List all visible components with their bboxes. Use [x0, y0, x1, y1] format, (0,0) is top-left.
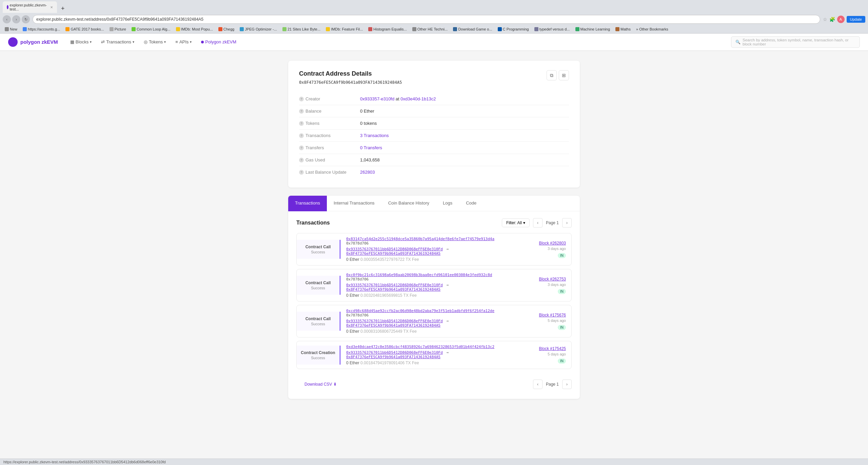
- tab-coin-balance-history[interactable]: Coin Balance History: [381, 196, 436, 211]
- address-bar[interactable]: explorer.public.zkevm-test.net/address/0…: [33, 15, 820, 24]
- download-icon: ⬇: [333, 382, 337, 387]
- tx-to-link[interactable]: 0x8F47376eFE5CA9f9b9641a093FA71436192484…: [346, 251, 440, 256]
- tx-hash: 0xcd98c688d45ae92ccfb2ac06d98e48bd2aba79…: [346, 309, 515, 317]
- tx-block-link[interactable]: Block #262753: [539, 277, 566, 282]
- tab-close-icon[interactable]: ✕: [50, 5, 53, 9]
- last-balance-link[interactable]: 262803: [360, 170, 375, 175]
- bookmark-histogram[interactable]: Histogram Equalis...: [366, 26, 409, 32]
- bookmark-favicon-imdb2: [326, 27, 330, 31]
- copy-button[interactable]: ⧉: [547, 70, 557, 80]
- tx-block-link[interactable]: Block #262803: [539, 241, 566, 246]
- bookmark-sites[interactable]: 21 Sites Like Byte...: [280, 26, 322, 32]
- bookmark-icon[interactable]: ☆: [823, 17, 827, 22]
- tx-hash-link[interactable]: 0xcd98c688d45ae92ccfb2ac06d98e48bd2aba79…: [346, 309, 494, 313]
- transactions-link[interactable]: 3 Transactions: [360, 133, 389, 138]
- tx-from-link[interactable]: 0x93335763767011bb6D5412D86D068eFF6E0e31…: [346, 283, 443, 287]
- bookmark-jpeg[interactable]: JPEG Optimizer -...: [238, 26, 279, 32]
- profile-icon[interactable]: A: [837, 16, 845, 23]
- extensions-icon[interactable]: 🧩: [829, 17, 835, 22]
- gas-used-row: ? Gas Used 1,043,658: [299, 154, 569, 166]
- bookmark-download[interactable]: Download Game o...: [451, 26, 494, 32]
- tx-hash-link[interactable]: 0xc0f9bc21c6c31698a6e98aab20698b3baa0ecf…: [346, 273, 492, 277]
- tokens-chevron-icon: ▾: [164, 40, 166, 44]
- tx-from-link[interactable]: 0x93335763767011bb6D5412D86D068eFF6E0e31…: [346, 319, 443, 323]
- forward-button[interactable]: ›: [12, 15, 20, 23]
- nav-polygon-zkevm[interactable]: Polygon zkEVM: [197, 37, 240, 46]
- next-page-button-bottom[interactable]: ›: [562, 380, 572, 389]
- bookmark-c[interactable]: C Programming: [496, 26, 531, 32]
- tab-logs[interactable]: Logs: [436, 196, 459, 211]
- tx-block-link[interactable]: Block #175676: [539, 313, 566, 317]
- tab-transactions[interactable]: Transactions: [288, 196, 327, 211]
- transfers-value: 0 Transfers: [360, 145, 382, 150]
- tx-to-link[interactable]: 0x8F47376eFE5CA9f9b9641a093FA71436192484…: [346, 355, 440, 359]
- bookmark-gate[interactable]: GATE 2017 books...: [63, 26, 106, 32]
- tab-internal-transactions[interactable]: Internal Transactions: [327, 196, 381, 211]
- prev-page-button[interactable]: ‹: [533, 218, 542, 228]
- transfers-info-icon[interactable]: ?: [299, 146, 304, 150]
- tx-hash-link[interactable]: 0xd3e40dcae472c0e3586cbcf48358926c7a6984…: [346, 345, 494, 349]
- bookmark-ml[interactable]: Machine Learning: [573, 26, 612, 32]
- last-balance-label: ? Last Balance Update: [299, 170, 360, 175]
- bookmark-favicon-typedef: [534, 27, 538, 31]
- transactions-nav-icon: ⇄: [101, 39, 105, 44]
- bookmark-picture[interactable]: Picture: [107, 26, 128, 32]
- tabs-header: Transactions Internal Transactions Coin …: [288, 196, 580, 211]
- creator-address-link[interactable]: 0x933357-e310fd: [360, 96, 394, 101]
- transactions-info-icon[interactable]: ?: [299, 133, 304, 138]
- qr-button[interactable]: ⊞: [559, 70, 569, 80]
- tx-from-link[interactable]: 0x93335763767011bb6D5412D86D068eFF6E0e31…: [346, 350, 443, 355]
- update-button[interactable]: Update: [847, 16, 865, 23]
- prev-page-button-bottom[interactable]: ‹: [533, 380, 542, 389]
- bookmark-typedef[interactable]: typedef versus d...: [532, 26, 572, 32]
- tx-status: Success: [301, 322, 335, 326]
- bookmark-loop[interactable]: Common Loop Alg...: [130, 26, 173, 32]
- tx-direction-badge: IN: [558, 253, 566, 258]
- bookmark-chegg[interactable]: Chegg: [216, 26, 236, 32]
- nav-transactions[interactable]: ⇄ Transactions ▾: [97, 37, 138, 46]
- bookmark-new-tab[interactable]: New: [3, 26, 19, 32]
- tx-to-link[interactable]: 0x8F47376eFE5CA9f9b9641a093FA71436192484…: [346, 323, 440, 328]
- gas-info-icon[interactable]: ?: [299, 158, 304, 162]
- tx-amount: 0 Ether 0.001847941978091406 TX Fee: [346, 361, 515, 365]
- reload-button[interactable]: ↻: [22, 15, 30, 23]
- next-page-button[interactable]: ›: [562, 218, 572, 228]
- tx-hash-link[interactable]: 0x83147ca54d2e255c51948dce5a35860b7a95a4…: [346, 237, 494, 241]
- bookmark-label-imdb: IMDb: Most Popu...: [181, 27, 213, 31]
- tx-from-link[interactable]: 0x93335763767011bb6D5412D86D068eFF6E0e31…: [346, 247, 443, 251]
- nav-apis[interactable]: ≡ APIs ▾: [171, 37, 196, 46]
- browser-tab-active[interactable]: explorer.public.zkevm-test... ✕: [3, 1, 57, 13]
- brand-name: polygon zkEVM: [20, 39, 58, 45]
- nav-tokens[interactable]: ◎ Tokens ▾: [140, 37, 170, 46]
- tokens-info-icon[interactable]: ?: [299, 121, 304, 126]
- bookmark-he[interactable]: Other HE Techni...: [410, 26, 450, 32]
- browser-tab-new[interactable]: +: [58, 4, 68, 13]
- bookmark-label-download: Download Game o...: [458, 27, 492, 31]
- tokens-value: 0 tokens: [360, 121, 377, 126]
- tx-block-link[interactable]: Block #175425: [539, 346, 566, 351]
- creator-info-icon[interactable]: ?: [299, 97, 304, 101]
- transaction-row: Contract Call Success 0xcd98c688d45ae92c…: [296, 305, 572, 337]
- bookmark-other[interactable]: » Other Bookmarks: [634, 26, 670, 32]
- bookmark-maths[interactable]: Maths: [613, 26, 633, 32]
- back-button[interactable]: ‹: [3, 15, 11, 23]
- bookmark-favicon-loop: [132, 27, 136, 31]
- bookmark-accounts[interactable]: https://accounts.g...: [21, 26, 62, 32]
- filter-button[interactable]: Filter: All ▾: [502, 218, 530, 227]
- tx-to-link[interactable]: 0x8F47376eFE5CA9f9b9641a093FA71436192484…: [346, 287, 440, 292]
- creator-tx-link[interactable]: 0xd3e40d-1b13c2: [400, 96, 436, 101]
- transfers-link[interactable]: 0 Transfers: [360, 145, 382, 150]
- tx-meta: Block #175425 5 days ago IN: [520, 343, 571, 367]
- search-bar[interactable]: 🔍 Search by address, token symbol, name,…: [731, 36, 860, 48]
- apis-icon: ≡: [175, 39, 178, 44]
- bookmark-imdb[interactable]: IMDb: Most Popu...: [174, 26, 215, 32]
- tx-arrow: →: [446, 247, 449, 251]
- bookmark-imdb2[interactable]: IMDb: Feature Fil...: [324, 26, 365, 32]
- bookmark-favicon-imdb: [176, 27, 180, 31]
- tab-code[interactable]: Code: [459, 196, 483, 211]
- last-balance-info-icon[interactable]: ?: [299, 170, 304, 175]
- tx-from-indicator: 0x7878d706: [346, 277, 369, 282]
- balance-info-icon[interactable]: ?: [299, 109, 304, 114]
- download-csv[interactable]: Download CSV ⬇: [296, 376, 345, 392]
- nav-blocks[interactable]: ▦ Blocks ▾: [66, 37, 96, 46]
